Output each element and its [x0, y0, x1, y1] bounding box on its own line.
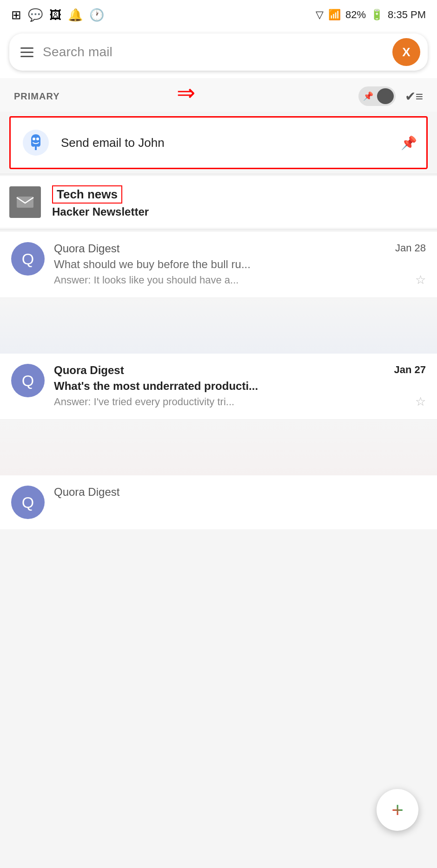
mail-preview-row: Answer: It looks like you should have a.… [54, 273, 426, 287]
avatar: Q [11, 242, 45, 276]
signal-icon: 📶 [328, 9, 341, 21]
pinned-icon: 📌 [401, 135, 417, 151]
mail-content: Quora Digest [54, 486, 426, 501]
search-bar[interactable]: Search mail X [9, 33, 428, 71]
mail-date: Jan 28 [395, 242, 426, 254]
status-bar-left-icons: ⊞ 💬 🖼 🔔 🕐 [11, 8, 104, 22]
battery-icon: 🔋 [371, 9, 383, 21]
mail-item-partial[interactable]: Q Quora Digest [0, 475, 437, 529]
primary-section-header: PRIMARY ⇒ 📌 ✔≡ [0, 78, 437, 112]
mail-preview: Answer: It looks like you should have a.… [54, 274, 411, 286]
time-display: 8:35 PM [388, 9, 426, 21]
pin-icon-small: 📌 [363, 91, 373, 101]
pin-toggle[interactable]: 📌 [358, 86, 396, 106]
mail-subject: What's the most underrated producti... [54, 380, 426, 393]
mail-date: Jan 27 [394, 364, 426, 376]
mail-item[interactable]: Q Quora Digest Jan 27 What's the most un… [0, 354, 437, 420]
red-arrow-annotation: ⇒ [177, 82, 195, 104]
chat-icon: 💬 [28, 8, 43, 22]
mail-preview-row: Answer: I've tried every productivity tr… [54, 395, 426, 409]
wifi-icon: ▽ [316, 9, 324, 21]
svg-point-2 [36, 138, 39, 140]
mail-sender: Quora Digest [54, 364, 124, 377]
send-email-item[interactable]: Send email to John 📌 [9, 116, 428, 169]
envelope-avatar [9, 186, 41, 218]
divider-2 [0, 230, 437, 230]
clock-icon: 🕐 [89, 8, 104, 22]
red-arrow-icon: ⇒ [177, 80, 195, 105]
mail-header: Quora Digest Jan 28 [54, 242, 426, 255]
mail-header: Quora Digest [54, 486, 426, 499]
star-icon[interactable]: ☆ [415, 395, 426, 409]
user-avatar-button[interactable]: X [392, 38, 420, 66]
image-icon: 🖼 [49, 8, 61, 22]
mail-subject: What should we buy before the bull ru... [54, 258, 426, 271]
compose-plus-icon: + [391, 800, 404, 820]
fab-container: + [377, 789, 418, 831]
mail-preview: Answer: I've tried every productivity tr… [54, 396, 411, 408]
tech-news-title: Tech news [57, 187, 118, 201]
search-bar-container: Search mail X [0, 28, 437, 78]
status-bar: ⊞ 💬 🖼 🔔 🕐 ▽ 📶 82% 🔋 8:35 PM [0, 0, 437, 28]
grid-icon: ⊞ [11, 8, 21, 22]
tech-news-subtitle: Hacker Newsletter [52, 205, 149, 218]
mail-sender: Quora Digest [54, 242, 119, 255]
mail-item[interactable]: Q Quora Digest Jan 28 What should we buy… [0, 232, 437, 298]
avatar: Q [11, 486, 45, 519]
menu-button[interactable] [20, 47, 33, 57]
tech-news-content: Tech news Hacker Newsletter [52, 185, 149, 218]
mail-sender: Quora Digest [54, 486, 119, 499]
mail-header: Quora Digest Jan 27 [54, 364, 426, 377]
divider-1 [0, 174, 437, 174]
avatar: Q [11, 364, 45, 397]
toggle-thumb [377, 88, 394, 104]
tech-news-title-border: Tech news [52, 185, 122, 204]
gradient-divider [0, 298, 437, 354]
svg-rect-3 [17, 197, 33, 208]
status-bar-right-info: ▽ 📶 82% 🔋 8:35 PM [316, 9, 426, 21]
tech-news-item[interactable]: Tech news Hacker Newsletter [0, 176, 437, 228]
mail-content: Quora Digest Jan 27 What's the most unde… [54, 364, 426, 409]
filter-icon[interactable]: ✔≡ [405, 89, 423, 104]
search-input[interactable]: Search mail [43, 45, 392, 59]
star-icon[interactable]: ☆ [415, 273, 426, 287]
ai-robot-icon [20, 127, 52, 158]
mail-content: Quora Digest Jan 28 What should we buy b… [54, 242, 426, 287]
send-email-text: Send email to John [61, 136, 165, 150]
battery-percent: 82% [345, 9, 366, 21]
gradient-divider-2 [0, 420, 437, 475]
svg-point-1 [33, 138, 35, 140]
bell-icon: 🔔 [68, 8, 83, 22]
compose-fab[interactable]: + [377, 789, 418, 831]
